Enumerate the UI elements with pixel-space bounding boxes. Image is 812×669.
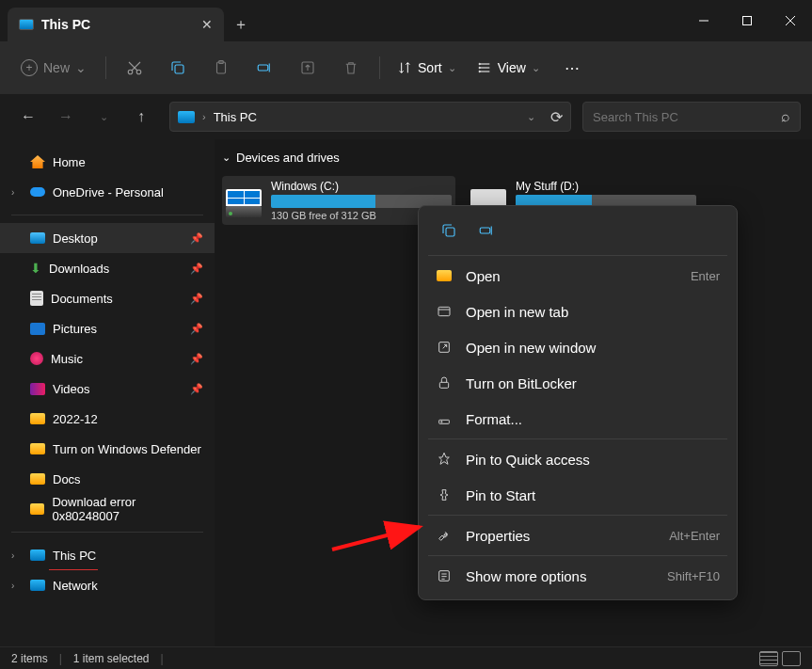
context-menu: OpenEnter Open in new tab Open in new wi… bbox=[418, 205, 738, 600]
cloud-icon bbox=[30, 187, 45, 197]
address-text: This PC bbox=[214, 110, 519, 124]
close-tab-icon[interactable]: ✕ bbox=[201, 17, 213, 32]
more-icon bbox=[436, 567, 453, 584]
sidebar-folder-dlerror[interactable]: Download error 0x80248007 bbox=[0, 494, 215, 524]
folder-icon bbox=[30, 413, 45, 424]
download-icon: ⬇ bbox=[30, 261, 41, 276]
sidebar-onedrive[interactable]: ›OneDrive - Personal bbox=[0, 177, 215, 207]
separator bbox=[428, 515, 727, 516]
details-view-icon[interactable] bbox=[759, 651, 778, 666]
music-icon bbox=[30, 352, 43, 365]
paste-icon[interactable] bbox=[202, 51, 240, 85]
rename-icon[interactable] bbox=[246, 51, 283, 85]
search-input[interactable] bbox=[593, 110, 781, 124]
separator bbox=[379, 56, 380, 79]
cut-icon[interactable] bbox=[116, 51, 153, 85]
minimize-button[interactable] bbox=[682, 6, 725, 36]
chevron-down-icon: ⌄ bbox=[222, 151, 231, 164]
copy-icon[interactable] bbox=[159, 51, 197, 85]
separator bbox=[11, 215, 203, 215]
ctx-format[interactable]: Format... bbox=[424, 401, 731, 437]
view-label: View bbox=[498, 60, 526, 75]
folder-icon bbox=[30, 443, 45, 454]
svg-point-28 bbox=[441, 422, 442, 422]
ctx-open-new-window[interactable]: Open in new window bbox=[424, 329, 731, 365]
chevron-right-icon[interactable]: › bbox=[11, 581, 23, 591]
ctx-properties[interactable]: PropertiesAlt+Enter bbox=[424, 518, 731, 553]
video-icon bbox=[30, 383, 45, 395]
chevron-right-icon: › bbox=[202, 111, 206, 122]
sidebar-documents[interactable]: Documents📌 bbox=[0, 283, 215, 313]
sidebar-videos[interactable]: Videos📌 bbox=[0, 374, 215, 404]
pin-icon: 📌 bbox=[190, 323, 203, 335]
recent-button[interactable]: ⌄ bbox=[87, 100, 120, 134]
status-selected: 1 item selected bbox=[73, 652, 150, 665]
chevron-right-icon[interactable]: › bbox=[11, 550, 23, 561]
pin-icon: 📌 bbox=[190, 232, 203, 245]
forward-button[interactable]: → bbox=[49, 100, 83, 134]
home-icon bbox=[30, 155, 45, 168]
sidebar-network[interactable]: ›Network bbox=[0, 570, 215, 600]
more-icon[interactable]: ⋯ bbox=[553, 51, 591, 85]
new-button[interactable]: + New ⌄ bbox=[11, 54, 96, 82]
sidebar-folder-docs[interactable]: Docs bbox=[0, 464, 215, 494]
sidebar-desktop[interactable]: Desktop📌 bbox=[0, 223, 215, 253]
sidebar-music[interactable]: Music📌 bbox=[0, 343, 215, 374]
chevron-down-icon: ⌄ bbox=[532, 62, 540, 74]
ctx-show-more[interactable]: Show more optionsShift+F10 bbox=[424, 558, 731, 594]
close-window-button[interactable] bbox=[769, 6, 812, 36]
sidebar-folder-defender[interactable]: Turn on Windows Defender bbox=[0, 434, 215, 464]
delete-icon[interactable] bbox=[332, 51, 370, 85]
sort-label: Sort bbox=[418, 60, 442, 75]
up-button[interactable]: ↑ bbox=[124, 100, 158, 134]
window-icon bbox=[436, 339, 453, 356]
sidebar: Home ›OneDrive - Personal Desktop📌 ⬇Down… bbox=[0, 139, 215, 646]
address-bar[interactable]: › This PC ⌄ ⟳ bbox=[169, 102, 571, 132]
pin-icon: 📌 bbox=[190, 263, 203, 275]
new-tab-button[interactable]: ＋ bbox=[224, 8, 258, 41]
ctx-pin-quick[interactable]: Pin to Quick access bbox=[424, 441, 731, 477]
ctx-bitlocker[interactable]: Turn on BitLocker bbox=[424, 365, 731, 401]
sidebar-folder-2022-12[interactable]: 2022-12 bbox=[0, 404, 215, 434]
folder-icon bbox=[436, 267, 453, 284]
wrench-icon bbox=[436, 527, 453, 544]
svg-rect-21 bbox=[480, 228, 490, 233]
chevron-right-icon[interactable]: › bbox=[11, 187, 23, 198]
ctx-open[interactable]: OpenEnter bbox=[424, 258, 731, 294]
plus-icon: + bbox=[21, 59, 38, 76]
sidebar-this-pc[interactable]: ›This PC bbox=[0, 540, 215, 570]
ctx-pin-start[interactable]: Pin to Start bbox=[424, 477, 731, 513]
svg-line-34 bbox=[332, 527, 420, 550]
tiles-view-icon[interactable] bbox=[782, 651, 801, 666]
folder-icon bbox=[30, 473, 45, 485]
sidebar-pictures[interactable]: Pictures📌 bbox=[0, 313, 215, 343]
rename-icon[interactable] bbox=[470, 215, 503, 246]
tab-icon bbox=[436, 303, 453, 320]
svg-rect-11 bbox=[258, 65, 268, 71]
drive-name: Windows (C:) bbox=[271, 180, 452, 193]
svg-rect-20 bbox=[446, 228, 454, 236]
folder-icon bbox=[30, 503, 45, 515]
sidebar-downloads[interactable]: ⬇Downloads📌 bbox=[0, 253, 215, 283]
separator bbox=[428, 438, 727, 439]
sort-button[interactable]: Sort ⌄ bbox=[390, 55, 464, 81]
back-button[interactable]: ← bbox=[11, 100, 45, 134]
refresh-icon[interactable]: ⟳ bbox=[550, 108, 563, 126]
chevron-down-icon[interactable]: ⌄ bbox=[527, 111, 535, 123]
ctx-open-new-tab[interactable]: Open in new tab bbox=[424, 294, 731, 329]
sidebar-home[interactable]: Home bbox=[0, 147, 215, 177]
new-label: New bbox=[43, 60, 70, 75]
search-box[interactable]: ⌕ bbox=[582, 102, 801, 132]
group-header[interactable]: ⌄ Devices and drives bbox=[215, 147, 812, 168]
view-button[interactable]: View ⌄ bbox=[470, 55, 548, 81]
lock-icon bbox=[436, 374, 453, 391]
separator bbox=[428, 555, 727, 556]
svg-rect-1 bbox=[743, 17, 752, 25]
copy-icon[interactable] bbox=[432, 215, 466, 246]
search-icon[interactable]: ⌕ bbox=[781, 108, 790, 125]
share-icon[interactable] bbox=[289, 51, 326, 85]
maximize-button[interactable] bbox=[725, 6, 769, 36]
tab-title: This PC bbox=[41, 17, 194, 32]
window-controls bbox=[682, 6, 812, 36]
tab-this-pc[interactable]: This PC ✕ bbox=[8, 8, 224, 41]
